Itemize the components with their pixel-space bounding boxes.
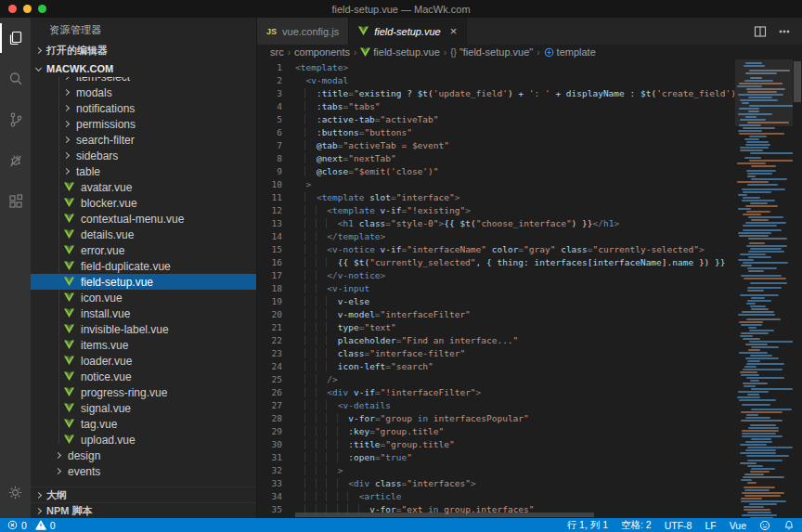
section-project-root[interactable]: MACWK.COM <box>31 59 256 77</box>
tree-folder-events[interactable]: events <box>31 463 256 479</box>
code-line-1[interactable]: <template> <box>295 61 735 74</box>
tree-file-details.vue[interactable]: details.vue <box>31 227 256 242</box>
code-line-33[interactable]: <div class="interfaces"> <box>295 477 735 490</box>
line-number[interactable]: 30 <box>257 438 295 451</box>
line-number[interactable]: 18 <box>257 282 295 295</box>
line-number[interactable]: 13 <box>257 217 295 230</box>
tree-file-install.vue[interactable]: install.vue <box>31 305 256 321</box>
code-line-30[interactable]: :title="group.title" <box>295 438 735 451</box>
line-number[interactable]: 11 <box>257 191 295 204</box>
line-number[interactable]: 35 <box>257 503 295 516</box>
tree-folder-sidebars[interactable]: sidebars <box>31 148 256 163</box>
horizontal-scrollbar-thumb[interactable] <box>295 513 594 517</box>
close-tab-icon[interactable]: × <box>450 25 458 37</box>
tree-folder-design[interactable]: design <box>31 448 256 463</box>
tree-file-contextual-menu.vue[interactable]: contextual-menu.vue <box>31 211 256 227</box>
line-number[interactable]: 7 <box>257 139 295 152</box>
code-line-26[interactable]: <div v-if="!interfaceFilter"> <box>295 386 735 399</box>
feedback-smiley-icon[interactable] <box>759 520 770 531</box>
tree-folder-item-select[interactable]: item-select <box>31 77 256 84</box>
tree-file-signal.vue[interactable]: signal.vue <box>31 400 256 416</box>
tab-vue-config-js[interactable]: JS vue.config.js <box>257 18 349 45</box>
code-line-7[interactable]: @tab="activeTab = $event" <box>295 139 735 152</box>
line-number[interactable]: 24 <box>257 360 295 373</box>
split-editor-icon[interactable] <box>754 25 767 38</box>
tree-file-items.vue[interactable]: items.vue <box>31 337 256 353</box>
code-line-32[interactable]: > <box>295 464 735 477</box>
code-line-23[interactable]: class="interface-filter" <box>295 347 735 360</box>
code-content[interactable]: <template> <v-modal :title="existing ? $… <box>295 59 735 518</box>
code-line-3[interactable]: :title="existing ? $t('update_field') + … <box>295 87 735 100</box>
breadcrumb-template-symbol[interactable]: template <box>544 46 596 58</box>
tree-folder-table[interactable]: table <box>31 163 256 179</box>
code-line-17[interactable]: </v-notice> <box>295 269 735 282</box>
line-number[interactable]: 15 <box>257 243 295 256</box>
tree-file-loader.vue[interactable]: loader.vue <box>31 353 256 369</box>
code-line-8[interactable]: @next="nextTab" <box>295 152 735 165</box>
line-number[interactable]: 31 <box>257 451 295 464</box>
tree-folder-notifications[interactable]: notifications <box>31 100 256 116</box>
tree-file-field-duplicate.vue[interactable]: field-duplicate.vue <box>31 258 256 274</box>
line-number[interactable]: 6 <box>257 126 295 139</box>
line-number[interactable]: 25 <box>257 373 295 386</box>
debug-icon[interactable] <box>0 140 31 181</box>
line-number[interactable]: 10 <box>257 178 295 191</box>
code-line-16[interactable]: {{ $t("currently_selected", { thing: int… <box>295 256 735 269</box>
tree-file-progress-ring.vue[interactable]: progress-ring.vue <box>31 384 256 400</box>
line-number[interactable]: 26 <box>257 386 295 399</box>
code-line-29[interactable]: :key="group.title" <box>295 425 735 438</box>
code-line-6[interactable]: :buttons="buttons" <box>295 126 735 139</box>
vertical-scrollbar[interactable] <box>793 59 802 518</box>
code-line-20[interactable]: v-model="interfaceFilter" <box>295 308 735 321</box>
horizontal-scrollbar[interactable] <box>295 512 735 518</box>
section-npm-scripts[interactable]: NPM 脚本 <box>31 502 256 518</box>
tree-folder-modals[interactable]: modals <box>31 84 256 100</box>
encoding-setting[interactable]: UTF-8 <box>665 520 692 531</box>
code-line-4[interactable]: :tabs="tabs" <box>295 100 735 113</box>
code-line-28[interactable]: v-for="group in interfacesPopular" <box>295 412 735 425</box>
code-line-24[interactable]: icon-left="search" <box>295 360 735 373</box>
line-number[interactable]: 20 <box>257 308 295 321</box>
tree-file-field-setup.vue[interactable]: field-setup.vue <box>31 274 256 290</box>
line-number[interactable]: 16 <box>257 256 295 269</box>
indentation-setting[interactable]: 空格: 2 <box>621 519 652 532</box>
code-line-31[interactable]: :open="true" <box>295 451 735 464</box>
extensions-icon[interactable] <box>0 181 31 222</box>
line-number[interactable]: 4 <box>257 100 295 113</box>
tree-file-blocker.vue[interactable]: blocker.vue <box>31 195 256 211</box>
line-number[interactable]: 33 <box>257 477 295 490</box>
code-line-15[interactable]: <v-notice v-if="interfaceName" color="gr… <box>295 243 735 256</box>
code-line-2[interactable]: <v-modal <box>295 74 735 87</box>
line-number[interactable]: 5 <box>257 113 295 126</box>
line-number-gutter[interactable]: 1234567891011121314151617181920212223242… <box>257 59 295 518</box>
line-number[interactable]: 32 <box>257 464 295 477</box>
tree-file-invisible-label.vue[interactable]: invisible-label.vue <box>31 321 256 337</box>
code-line-19[interactable]: v-else <box>295 295 735 308</box>
code-line-9[interactable]: @close="$emit('close')" <box>295 165 735 178</box>
tree-file-error.vue[interactable]: error.vue <box>31 242 256 258</box>
code-editor[interactable]: 1234567891011121314151617181920212223242… <box>257 59 802 518</box>
breadcrumb-src[interactable]: src <box>270 46 284 58</box>
section-outline[interactable]: 大纲 <box>31 487 256 502</box>
code-line-12[interactable]: <template v-if="!existing"> <box>295 204 735 217</box>
line-number[interactable]: 12 <box>257 204 295 217</box>
tab-field-setup-vue[interactable]: field-setup.vue × <box>349 18 467 45</box>
notifications-bell-icon[interactable] <box>783 520 795 531</box>
tree-file-avatar.vue[interactable]: avatar.vue <box>31 179 256 195</box>
line-number[interactable]: 28 <box>257 412 295 425</box>
search-icon[interactable] <box>0 58 31 99</box>
tree-file-icon.vue[interactable]: icon.vue <box>31 290 256 305</box>
line-number[interactable]: 9 <box>257 165 295 178</box>
language-mode[interactable]: Vue <box>730 520 746 531</box>
minimap[interactable] <box>735 59 793 518</box>
code-line-14[interactable]: </template> <box>295 230 735 243</box>
line-number[interactable]: 3 <box>257 87 295 100</box>
tree-folder-permissions[interactable]: permissions <box>31 116 256 132</box>
line-number[interactable]: 22 <box>257 334 295 347</box>
minimap-slider[interactable] <box>735 59 793 126</box>
line-number[interactable]: 27 <box>257 399 295 412</box>
code-line-10[interactable]: > <box>295 178 735 191</box>
line-number[interactable]: 19 <box>257 295 295 308</box>
settings-gear-icon[interactable] <box>0 472 31 513</box>
code-line-18[interactable]: <v-input <box>295 282 735 295</box>
